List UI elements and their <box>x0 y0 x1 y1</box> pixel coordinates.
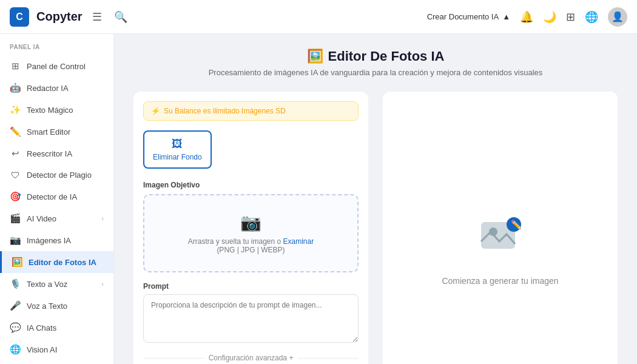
sidebar-icon-voz-a-texto: 🎤 <box>10 300 21 311</box>
examinar-link[interactable]: Examinar <box>283 237 314 246</box>
sidebar-item-redactor-ia[interactable]: 🤖 Redactor IA <box>0 77 113 99</box>
imagen-objetivo-label: Imagen Objetivo <box>143 181 359 189</box>
sidebar-label-redactor-ia: Redactor IA <box>27 84 69 93</box>
sidebar-label-voz-a-texto: Voz a Texto <box>27 302 67 311</box>
page-header: 🖼️ Editor De Fotos IA Procesamiento de i… <box>133 49 618 77</box>
sidebar-item-vision-ai[interactable]: 🌐 Vision AI <box>0 339 113 360</box>
balance-text: Su Balance es ilimitado Imágenes SD <box>164 107 286 115</box>
header-left: C Copyter ☰ 🔍 <box>10 7 130 27</box>
sidebar-item-ai-video[interactable]: 🎬 AI Video › <box>0 207 113 229</box>
notification-icon[interactable]: 🔔 <box>520 10 533 24</box>
prompt-label: Prompt <box>143 282 359 291</box>
logo-icon: C <box>10 7 29 27</box>
sidebar: PANEL IA ⊞ Panel de Control 🤖 Redactor I… <box>0 34 114 364</box>
header: C Copyter ☰ 🔍 Crear Documento IA ▲ 🔔 🌙 ⊞… <box>0 0 637 34</box>
sidebar-icon-editor-fotos-ia: 🖼️ <box>12 257 22 268</box>
sidebar-label-panel-control: Panel de Control <box>27 62 86 71</box>
sidebar-item-panel-control[interactable]: ⊞ Panel de Control <box>0 55 113 77</box>
chevron-right-icon: › <box>101 280 104 288</box>
preview-text: Comienza a generar tu imagen <box>442 276 558 286</box>
prompt-textarea[interactable] <box>143 294 359 343</box>
menu-icon[interactable]: ☰ <box>90 8 104 26</box>
globe-icon[interactable]: 🌐 <box>585 10 598 24</box>
header-right: Crear Documento IA ▲ 🔔 🌙 ⊞ 🌐 👤 <box>427 7 627 27</box>
sidebar-icon-ai-video: 🎬 <box>10 213 21 224</box>
sidebar-icon-panel-control: ⊞ <box>10 61 21 72</box>
left-panel: ⚡ Su Balance es ilimitado Imágenes SD 🖼 … <box>133 92 368 364</box>
logo-name: Copyter <box>36 10 83 24</box>
preview-icon: ✏️ <box>476 211 525 269</box>
sidebar-label-editor-fotos-ia: Editor de Fotos IA <box>29 258 96 267</box>
content-grid: ⚡ Su Balance es ilimitado Imágenes SD 🖼 … <box>133 92 618 364</box>
sidebar-icon-ia-chats: 💬 <box>10 322 21 333</box>
moon-icon[interactable]: 🌙 <box>543 10 556 24</box>
sidebar-icon-reescritor-ia: ↩ <box>10 148 21 159</box>
sidebar-icon-texto-magico: ✨ <box>10 104 21 115</box>
create-doc-label: Crear Documento IA <box>427 12 499 21</box>
sidebar-label-detector-ia: Detector de IA <box>27 192 77 201</box>
tool-label: Eliminar Fondo <box>153 153 202 161</box>
sidebar-item-voz-a-texto[interactable]: 🎤 Voz a Texto <box>0 295 113 317</box>
camera-icon: 📷 <box>154 212 348 232</box>
layout: PANEL IA ⊞ Panel de Control 🤖 Redactor I… <box>0 34 637 364</box>
sidebar-label-ai-video: AI Video <box>27 214 56 223</box>
sidebar-item-imagenes-ia[interactable]: 📷 Imágenes IA <box>0 229 113 251</box>
sidebar-label-detector-plagio: Detector de Plagio <box>27 170 92 180</box>
sidebar-label-imagenes-ia: Imágenes IA <box>27 236 71 245</box>
sidebar-label-texto-magico: Texto Mágico <box>27 106 73 115</box>
svg-text:✏️: ✏️ <box>511 220 522 230</box>
sidebar-item-reescritor-ia[interactable]: ↩ Reescritor IA <box>0 143 113 164</box>
chevron-up-icon: ▲ <box>502 12 510 21</box>
sidebar-icon-detector-ia: 🎯 <box>10 191 21 202</box>
chevron-right-icon: › <box>101 215 104 222</box>
sidebar-label-smart-editor: Smart Editor <box>27 127 70 136</box>
sidebar-label-ia-chats: IA Chats <box>27 323 56 332</box>
sidebar-label-texto-a-voz: Texto a Voz <box>27 280 67 289</box>
tool-options: 🖼 Eliminar Fondo <box>143 130 359 169</box>
sidebar-item-detector-ia[interactable]: 🎯 Detector de IA <box>0 186 113 207</box>
create-doc-button[interactable]: Crear Documento IA ▲ <box>427 12 510 21</box>
adv-line-right <box>298 358 359 359</box>
tool-icon: 🖼 <box>172 138 183 150</box>
sidebar-icon-redactor-ia: 🤖 <box>10 83 21 93</box>
sidebar-icon-texto-a-voz: 🎙️ <box>10 278 21 289</box>
title-text: Editor De Fotos IA <box>328 49 445 64</box>
layout-icon[interactable]: ⊞ <box>566 10 575 24</box>
dropzone-formats: (PNG | JPG | WEBP) <box>154 246 348 254</box>
dropzone[interactable]: 📷 Arrastra y suelta tu imagen o Examinar… <box>143 194 359 272</box>
sidebar-item-ia-chats[interactable]: 💬 IA Chats <box>0 317 113 339</box>
sidebar-item-texto-magico[interactable]: ✨ Texto Mágico <box>0 99 113 121</box>
balance-icon: ⚡ <box>151 107 160 115</box>
sidebar-section-label: PANEL IA <box>0 41 113 55</box>
sidebar-icon-imagenes-ia: 📷 <box>10 235 21 246</box>
avatar[interactable]: 👤 <box>608 7 627 27</box>
main-content: 🖼️ Editor De Fotos IA Procesamiento de i… <box>114 34 637 364</box>
sidebar-item-texto-a-voz[interactable]: 🎙️ Texto a Voz › <box>0 273 113 295</box>
tool-eliminar-fondo[interactable]: 🖼 Eliminar Fondo <box>143 130 212 169</box>
sidebar-item-editor-fotos-ia[interactable]: 🖼️ Editor de Fotos IA <box>0 251 113 273</box>
title-icon: 🖼️ <box>307 49 323 64</box>
sidebar-label-vision-ai: Vision AI <box>27 345 57 354</box>
sidebar-icon-vision-ai: 🌐 <box>10 344 21 355</box>
search-icon[interactable]: 🔍 <box>112 8 130 26</box>
right-panel: ✏️ Comienza a generar tu imagen <box>383 92 618 364</box>
page-subtitle: Procesamiento de imágenes IA de vanguard… <box>133 68 618 77</box>
sidebar-item-smart-editor[interactable]: ✏️ Smart Editor <box>0 121 113 143</box>
page-title: 🖼️ Editor De Fotos IA <box>133 49 618 64</box>
advanced-config: Configuración avanzada + <box>143 354 359 362</box>
sidebar-item-detector-plagio[interactable]: 🛡 Detector de Plagio <box>0 164 113 186</box>
balance-banner: ⚡ Su Balance es ilimitado Imágenes SD <box>143 101 359 121</box>
sidebar-icon-detector-plagio: 🛡 <box>10 170 21 180</box>
advanced-label[interactable]: Configuración avanzada + <box>209 354 294 362</box>
adv-line-left <box>143 358 204 359</box>
sidebar-icon-smart-editor: ✏️ <box>10 126 21 137</box>
dropzone-text: Arrastra y suelta tu imagen o Examinar <box>154 237 348 246</box>
sidebar-label-reescritor-ia: Reescritor IA <box>27 149 72 158</box>
